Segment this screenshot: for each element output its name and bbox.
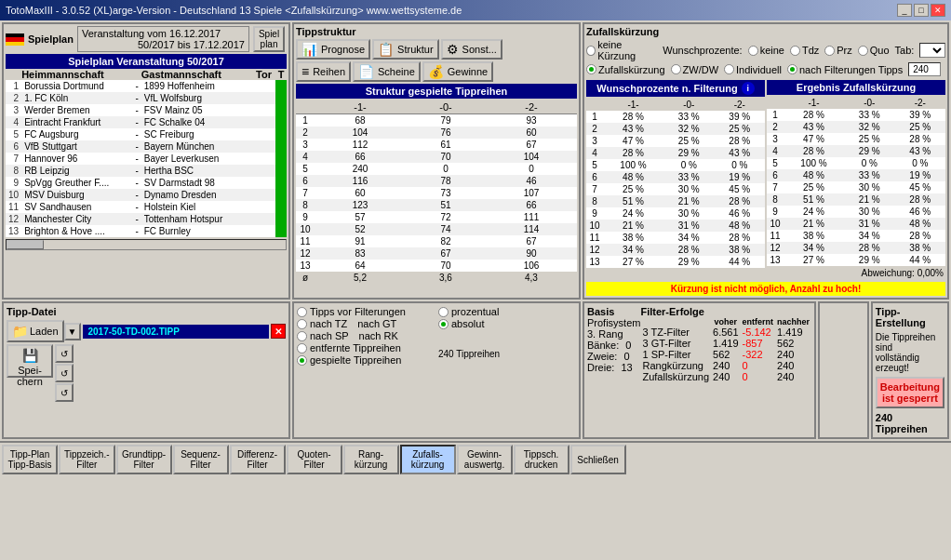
undo-btn1[interactable]: ↺ xyxy=(55,344,74,363)
schliessen-btn[interactable]: Schließen xyxy=(570,445,626,474)
nach-filterungen-radio[interactable]: nach Filterungen Tipps xyxy=(787,64,903,75)
tipps-vor-radio-btn[interactable] xyxy=(297,307,307,317)
zwdw-radio-btn[interactable] xyxy=(671,64,681,74)
zufallskuerzung-radio-btn[interactable] xyxy=(586,64,596,74)
entfernte-radio-btn[interactable] xyxy=(297,343,307,353)
tor-cell xyxy=(252,177,275,189)
filter-row: 1 SP-Filter 562 -322 240 xyxy=(640,349,811,360)
horizontal-scrollbar[interactable] xyxy=(6,239,287,250)
speichern-btn[interactable]: 💾 Spei-chern xyxy=(7,344,53,378)
laden-dropdown-btn[interactable]: ▼ xyxy=(64,323,81,340)
t-cell xyxy=(275,116,287,128)
close-file-btn[interactable]: ✕ xyxy=(271,324,286,339)
row-num: 6 xyxy=(6,140,21,153)
individuell-radio-btn[interactable] xyxy=(724,64,734,74)
v1: 43 % xyxy=(784,121,844,133)
v2: 106 xyxy=(486,260,577,272)
sequenz-btn[interactable]: Sequenz-Filter xyxy=(173,445,229,474)
prz-radio[interactable]: Prz xyxy=(824,45,852,56)
undo-btn2[interactable]: ↺ xyxy=(55,364,74,382)
veranstaltung-label: Veranstaltung vom 16.12.2017 50/2017 bis… xyxy=(82,28,245,50)
close-btn[interactable]: ✕ xyxy=(931,4,945,17)
row-num: 13 xyxy=(586,256,603,268)
keine-kuerzung-radio-btn[interactable] xyxy=(586,46,596,56)
v1: 240 xyxy=(315,163,406,175)
keine-kuerzung-radio[interactable]: keine Kürzung xyxy=(586,39,657,61)
v2: 0 % xyxy=(715,159,766,171)
v0: 29 % xyxy=(663,147,714,159)
entfernte-radio[interactable]: entfernte Tippreihen xyxy=(297,342,435,353)
prozentual-radio[interactable]: prozentual xyxy=(438,306,576,317)
gewinn-btn[interactable]: Gewinn-auswertg. xyxy=(457,445,513,474)
row-num: 12 xyxy=(296,247,315,260)
nach-sp-radio[interactable]: nach SP nach RK xyxy=(297,330,435,341)
ergebnis-row: 9 24 % 30 % 46 % xyxy=(767,206,945,218)
undo-btn3[interactable]: ↺ xyxy=(55,383,74,402)
v1: 66 xyxy=(315,151,406,163)
nach-tz-radio[interactable]: nach TZ nach GT xyxy=(297,318,435,329)
match-row: 11 SV Sandhausen - Holstein Kiel xyxy=(6,201,287,213)
gespielte-radio[interactable]: gespielte Tippreihen xyxy=(297,354,435,366)
tipp-plan-btn[interactable]: Tipp-PlanTipp-Basis xyxy=(2,445,58,474)
nach-sp-radio-btn[interactable] xyxy=(297,331,307,341)
rang-btn[interactable]: Rang-kürzung xyxy=(343,445,399,474)
struktur-row: 13 64 70 106 xyxy=(296,260,577,272)
ergebnis-table-container: Ergebnis Zufallskürzung -1- -0- -2- 1 28… xyxy=(767,78,945,280)
v2: 38 % xyxy=(715,244,766,256)
prognose-btn[interactable]: 📊 Prognose xyxy=(296,39,370,60)
nach-tz-radio-btn[interactable] xyxy=(297,319,307,329)
v1: 48 % xyxy=(784,169,844,181)
spielplan-btn[interactable]: Spielplan xyxy=(253,26,285,52)
basis-label: Basis xyxy=(587,306,640,317)
struktur-btn[interactable]: 📋 Struktur xyxy=(372,39,439,60)
v2: 67 xyxy=(486,139,577,151)
away-team: FSV Mainz 05 xyxy=(141,104,252,116)
tdz-radio-btn[interactable] xyxy=(790,46,800,56)
col-0: -0- xyxy=(406,100,486,114)
v1: 51 % xyxy=(784,193,844,206)
gespielte-radio-btn[interactable] xyxy=(297,355,307,366)
prozentual-radio-btn[interactable] xyxy=(438,307,449,317)
match-row: 10 MSV Duisburg - Dynamo Dresden xyxy=(6,189,287,201)
prz-radio-btn[interactable] xyxy=(824,46,835,56)
tab-dropdown[interactable] xyxy=(919,43,945,58)
minimize-btn[interactable]: _ xyxy=(897,4,912,17)
filename-box: 2017-50-TD-002.TIPP xyxy=(83,325,270,339)
keine-radio[interactable]: keine xyxy=(748,45,784,56)
away-team: SC Freiburg xyxy=(141,128,252,140)
zufallskuerzung-radio[interactable]: Zufallskürzung xyxy=(586,64,665,75)
grundtipp-btn[interactable]: Grundtipp-Filter xyxy=(116,445,172,474)
away-team: FC Schalke 04 xyxy=(141,116,252,128)
reihen-btn[interactable]: ≡ Reihen xyxy=(296,61,351,82)
v1: 28 % xyxy=(603,111,663,123)
tipp-datei-header: Tipp-Datei xyxy=(7,306,286,317)
quo-radio-btn[interactable] xyxy=(858,46,868,56)
tipps-vor-filterungen-radio[interactable]: Tipps vor Filterungen xyxy=(297,306,435,317)
info-icon[interactable]: i xyxy=(742,82,755,95)
tdz-radio[interactable]: Tdz xyxy=(790,45,819,56)
v0: 32 % xyxy=(663,123,714,135)
row-num: 9 xyxy=(6,177,21,189)
laden-btn[interactable]: 📁 Laden xyxy=(7,320,64,342)
tippzeich-btn[interactable]: Tippzeich.-Filter xyxy=(59,445,115,474)
quo-radio[interactable]: Quo xyxy=(858,45,890,56)
gewinne-btn[interactable]: 💰 Gewinne xyxy=(422,61,493,82)
individuell-radio[interactable]: Individuell xyxy=(724,64,782,75)
sonstiges-btn[interactable]: ⚙ Sonst... xyxy=(441,39,502,60)
differenz-btn[interactable]: Differenz-Filter xyxy=(230,445,286,474)
tipp-erstellung-section: Tipp-Erstellung Die Tippreihen sindvolls… xyxy=(871,301,949,439)
nach-filterungen-radio-btn[interactable] xyxy=(787,64,797,74)
dash: - xyxy=(132,201,141,213)
zufalls-btn[interactable]: Zufalls-kürzung xyxy=(400,445,456,474)
quoten-btn[interactable]: Quoten-Filter xyxy=(287,445,342,474)
maximize-btn[interactable]: □ xyxy=(914,4,929,17)
bearbeitung-btn[interactable]: Bearbeitungist gesperrt xyxy=(876,377,944,408)
zwdw-radio[interactable]: ZW/DW xyxy=(671,64,718,75)
scheine-btn[interactable]: 📄 Scheine xyxy=(353,61,421,82)
row-num: 11 xyxy=(296,235,315,247)
absolut-radio-btn[interactable] xyxy=(438,319,449,329)
row-num: 8 xyxy=(6,165,21,177)
absolut-radio[interactable]: absolut xyxy=(438,318,576,329)
tippsch-btn[interactable]: Tippsch.drucken xyxy=(514,445,569,474)
keine-radio-btn[interactable] xyxy=(748,46,758,56)
